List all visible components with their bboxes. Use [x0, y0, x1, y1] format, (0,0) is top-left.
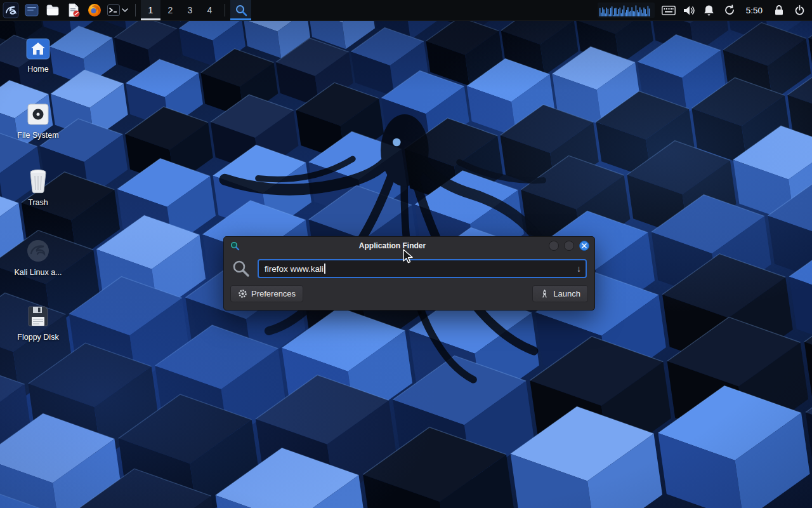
workspace-4[interactable]: 4 [200, 0, 219, 20]
volume-button[interactable] [679, 0, 699, 20]
firefox-launcher[interactable] [84, 0, 105, 20]
desktop-icon-label: Floppy Disk [17, 333, 58, 342]
panel-separator [135, 4, 136, 17]
workspace-1[interactable]: 1 [141, 0, 160, 20]
desktop-icon-label: File System [17, 131, 58, 140]
search-icon [232, 259, 251, 278]
logout-button[interactable] [789, 0, 809, 20]
finder-actions: Preferences Launch [224, 284, 594, 310]
launch-icon [540, 289, 549, 298]
panel-right: 5:50 [598, 0, 812, 20]
preferences-label: Preferences [251, 289, 296, 298]
firefox-icon [87, 3, 102, 18]
workspace-2[interactable]: 2 [160, 0, 180, 20]
bell-icon [704, 4, 714, 16]
workspace-switcher: 1 2 3 4 [141, 0, 219, 20]
desktop-icon-label: Kali Linux a... [14, 268, 62, 277]
dropdown-arrow-icon[interactable]: ↓ [577, 264, 581, 274]
text-caret [324, 264, 325, 274]
refresh-icon [724, 4, 735, 16]
minimize-button[interactable] [549, 241, 559, 251]
launch-label: Launch [553, 289, 580, 298]
maximize-button[interactable] [564, 241, 574, 251]
terminal-launcher[interactable] [105, 0, 130, 20]
trash-icon [27, 168, 49, 194]
titlebar[interactable]: Application Finder [224, 237, 594, 255]
updates-button[interactable] [719, 0, 740, 20]
screen-lock-button[interactable] [769, 0, 789, 20]
workspace-3[interactable]: 3 [180, 0, 200, 20]
folder-icon [45, 3, 60, 18]
clock[interactable]: 5:50 [746, 6, 763, 15]
close-button[interactable] [579, 241, 589, 251]
finder-body: firefox www.kali ↓ [224, 255, 594, 284]
magnifier-icon [234, 3, 248, 17]
lock-icon [774, 4, 784, 16]
desktop-icon-label: Trash [28, 198, 48, 207]
notifications-button[interactable] [699, 0, 719, 20]
desktop-icon-kali-linux[interactable]: Kali Linux a... [8, 238, 69, 277]
desktop-screen: 1 2 3 4 [0, 0, 812, 508]
text-editor-launcher[interactable] [63, 0, 84, 20]
window-controls [549, 241, 589, 251]
kali-menu-button[interactable] [0, 0, 21, 20]
drive-icon [26, 102, 50, 126]
launch-button[interactable]: Launch [532, 285, 588, 302]
cpu-graph[interactable] [598, 3, 655, 18]
speaker-icon [683, 5, 695, 16]
search-input[interactable]: firefox www.kali ↓ [258, 259, 587, 278]
file-manager-launcher[interactable] [42, 0, 63, 20]
desktop-icon-trash[interactable]: Trash [8, 168, 69, 207]
preferences-button[interactable]: Preferences [230, 285, 303, 302]
files-launcher[interactable] [21, 0, 42, 20]
app-finder-window-button[interactable] [230, 0, 251, 20]
terminal-icon [107, 3, 121, 17]
panel-left: 1 2 3 4 [0, 0, 251, 20]
keyboard-icon [662, 6, 676, 15]
close-icon [582, 243, 587, 248]
desktop-icon-file-system[interactable]: File System [8, 102, 69, 140]
app-finder-icon [230, 241, 240, 251]
desktop-icon-floppy-disk[interactable]: Floppy Disk [8, 304, 69, 342]
power-icon [794, 5, 805, 16]
desktop-icon-home[interactable]: Home [8, 37, 69, 74]
application-finder-window: Application Finder firefox www.kali ↓ [223, 236, 595, 311]
gear-icon [238, 289, 247, 298]
files-icon [24, 3, 39, 18]
cpu-graph-bars [599, 4, 653, 18]
window-title: Application Finder [240, 241, 545, 250]
chevron-down-icon [122, 3, 128, 17]
keyboard-indicator[interactable] [658, 0, 679, 20]
kali-logo-icon [3, 2, 19, 18]
document-icon [66, 3, 81, 18]
desktop-icon-label: Home [27, 65, 48, 74]
top-panel: 1 2 3 4 [0, 0, 812, 21]
search-input-text: firefox www.kali [265, 264, 324, 274]
home-icon [25, 37, 51, 60]
floppy-icon [26, 304, 50, 328]
kali-disc-icon [25, 238, 51, 264]
panel-separator [225, 4, 225, 17]
